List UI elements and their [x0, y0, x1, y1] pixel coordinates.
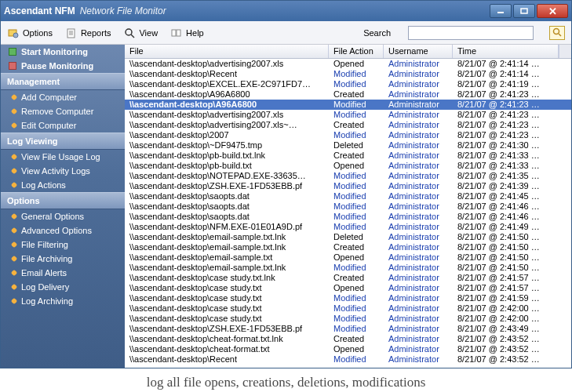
sidebar-header-log-viewing: Log Viewing — [1, 132, 125, 150]
cell-action: Opened — [329, 252, 384, 263]
table-row[interactable]: \\ascendant-desktop\RecentModifiedAdmini… — [125, 354, 571, 365]
sidebar-start-monitoring[interactable]: Start Monitoring — [1, 45, 125, 59]
table-row[interactable]: \\ascendant-desktop\cheat-format.txtOpen… — [125, 344, 571, 354]
table-row[interactable]: \\ascendant-desktop\EXCEL.EXE-2C971FD7…M… — [125, 79, 571, 89]
cell-time: 8/21/07 @ 2:41:23 … — [453, 89, 571, 100]
help-label: Help — [186, 28, 204, 38]
sidebar-item-label: Advanced Options — [21, 226, 92, 235]
table-row[interactable]: \\ascendant-desktop\email-sample.txt.lnk… — [125, 242, 571, 252]
app-title: Ascendant NFM — [4, 5, 75, 16]
table-row[interactable]: \\ascendant-desktop\case study.txtModifi… — [125, 293, 571, 303]
cell-time: 8/21/07 @ 2:41:45 … — [453, 191, 571, 201]
cell-action: Modified — [329, 324, 384, 334]
cell-user: Administrator — [384, 171, 453, 181]
help-icon — [170, 27, 183, 39]
table-row[interactable]: \\ascendant-desktop\NFM.EXE-01E01A9D.pfM… — [125, 222, 571, 232]
sidebar-item-log-actions[interactable]: Log Actions — [1, 178, 125, 192]
table-row[interactable]: \\ascendant-desktop\cheat-format.txt.lnk… — [125, 334, 571, 344]
table-row[interactable]: \\ascendant-desktop\advertising2007.xls~… — [125, 120, 571, 130]
view-button[interactable]: View — [123, 27, 158, 39]
sidebar-item-remove-computer[interactable]: Remove Computer — [1, 104, 125, 118]
sidebar-item-log-delivery[interactable]: Log Delivery — [1, 280, 125, 294]
table-row[interactable]: \\ascendant-desktop\~DF9475.tmpDeletedAd… — [125, 140, 571, 151]
sidebar-item-email-alerts[interactable]: Email Alerts — [1, 266, 125, 280]
sidebar-item-general-options[interactable]: General Options — [1, 209, 125, 223]
cell-action: Modified — [329, 100, 384, 110]
table-row[interactable]: \\ascendant-desktop\RecentModifiedAdmini… — [125, 69, 571, 79]
table-row[interactable]: \\ascendant-desktop\A96A6800CreatedAdmin… — [125, 89, 571, 100]
table-row[interactable]: \\ascendant-desktop\A96A6800ModifiedAdmi… — [125, 100, 571, 110]
maximize-button[interactable] — [513, 4, 535, 18]
sidebar-item-label: File Archiving — [21, 254, 72, 263]
bullet-icon — [11, 122, 17, 129]
help-button[interactable]: Help — [170, 27, 204, 39]
cell-user: Administrator — [384, 222, 453, 232]
cell-file: \\ascendant-desktop\~DF9475.tmp — [125, 140, 329, 151]
cell-action: Modified — [329, 303, 384, 314]
col-action[interactable]: File Action — [329, 45, 384, 58]
table-row[interactable]: \\ascendant-desktop\advertising2007.xlsO… — [125, 59, 571, 69]
cell-time: 8/21/07 @ 2:41:50 … — [453, 263, 571, 273]
table-row[interactable]: \\ascendant-desktop\pb-build.txtOpenedAd… — [125, 161, 571, 171]
sidebar-item-edit-computer[interactable]: Edit Computer — [1, 118, 125, 132]
sidebar-item-log-archiving[interactable]: Log Archiving — [1, 294, 125, 308]
sidebar-item-advanced-options[interactable]: Advanced Options — [1, 223, 125, 238]
cell-time: 8/21/07 @ 2:43:52 … — [453, 354, 571, 365]
sidebar-item-file-archiving[interactable]: File Archiving — [1, 252, 125, 266]
col-user[interactable]: Username — [384, 45, 453, 58]
svg-point-8 — [126, 29, 132, 35]
sidebar-item-view-activity-logs[interactable]: View Activity Logs — [1, 164, 125, 178]
table-row[interactable]: \\ascendant-desktop\ZSH.EXE-1FD53EBB.pfM… — [125, 181, 571, 191]
svg-point-3 — [13, 33, 18, 38]
search-button[interactable] — [549, 26, 565, 40]
cell-action: Modified — [329, 201, 384, 212]
table-row[interactable]: \\ascendant-desktop\saopts.datModifiedAd… — [125, 212, 571, 222]
cell-user: Administrator — [384, 59, 453, 69]
table-row[interactable]: \\ascendant-desktop\2007ModifiedAdminist… — [125, 130, 571, 140]
sidebar-item-view-file-usage-log[interactable]: View File Usage Log — [1, 150, 125, 164]
table-row[interactable]: \\ascendant-desktop\saopts.datModifiedAd… — [125, 191, 571, 201]
sidebar-item-add-computer[interactable]: Add Computer — [1, 90, 125, 104]
table-row[interactable]: \\ascendant-desktop\advertising2007.xlsM… — [125, 110, 571, 120]
table-row[interactable]: \\ascendant-desktop\case study.txt.lnkCr… — [125, 273, 571, 283]
sidebar-item-label: Log Archiving — [21, 296, 73, 306]
bullet-icon — [11, 182, 17, 188]
cell-action: Created — [329, 151, 384, 161]
cell-time: 8/21/07 @ 2:41:23 … — [453, 120, 571, 130]
col-time[interactable]: Time — [453, 45, 559, 58]
cell-file: \\ascendant-desktop\Recent — [125, 354, 329, 365]
toolbar: Options Reports View Help Search — [1, 21, 571, 45]
cell-time: 8/21/07 @ 2:43:52 … — [453, 344, 571, 354]
table-row[interactable]: \\ascendant-desktop\case study.txtModifi… — [125, 314, 571, 324]
cell-user: Administrator — [384, 263, 453, 273]
pause-icon — [9, 62, 16, 70]
cell-file: \\ascendant-desktop\case study.txt — [125, 293, 329, 303]
cell-user: Administrator — [384, 140, 453, 151]
svg-rect-10 — [172, 30, 176, 36]
table-row[interactable]: \\ascendant-desktop\case study.txtOpened… — [125, 283, 571, 293]
table-row[interactable]: \\ascendant-desktop\saopts.datModifiedAd… — [125, 201, 571, 212]
cell-file: \\ascendant-desktop\ZSH.EXE-1FD53EBB.pf — [125, 181, 329, 191]
close-button[interactable]: ✕ — [537, 4, 568, 18]
search-input[interactable] — [408, 26, 534, 40]
table-row[interactable]: \\ascendant-desktop\pb-build.txt.lnkCrea… — [125, 151, 571, 161]
options-button[interactable]: Options — [7, 27, 53, 39]
cell-action: Opened — [329, 344, 384, 354]
cell-time: 8/21/07 @ 2:41:49 … — [453, 222, 571, 232]
sidebar-item-file-filtering[interactable]: File Filtering — [1, 238, 125, 252]
table-row[interactable]: \\ascendant-desktop\ZSH.EXE-1FD53EBB.pfM… — [125, 324, 571, 334]
cell-action: Modified — [329, 314, 384, 324]
table-row[interactable]: \\ascendant-desktop\email-sample.txtOpen… — [125, 252, 571, 263]
table-row[interactable]: \\ascendant-desktop\email-sample.txt.lnk… — [125, 263, 571, 273]
table-row[interactable]: \\ascendant-desktop\NOTEPAD.EXE-33635…Mo… — [125, 171, 571, 181]
cell-action: Opened — [329, 283, 384, 293]
minimize-button[interactable] — [490, 4, 512, 18]
table-row[interactable]: \\ascendant-desktop\case study.txtModifi… — [125, 303, 571, 314]
reports-button[interactable]: Reports — [65, 27, 111, 39]
cell-time: 8/21/07 @ 2:41:50 … — [453, 252, 571, 263]
table-row[interactable]: \\ascendant-desktop\email-sample.txt.lnk… — [125, 232, 571, 242]
sidebar-pause-monitoring[interactable]: Pause Monitoring — [1, 59, 125, 73]
cell-file: \\ascendant-desktop\case study.txt — [125, 314, 329, 324]
col-file[interactable]: File — [125, 45, 329, 58]
cell-time: 8/21/07 @ 2:41:30 … — [453, 140, 571, 151]
